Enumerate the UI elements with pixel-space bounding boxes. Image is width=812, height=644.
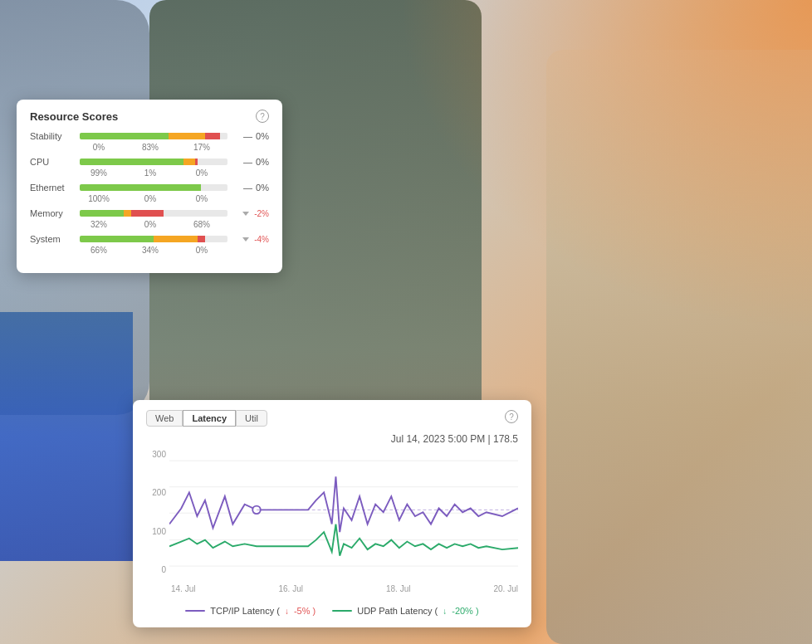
system-label: System	[30, 234, 73, 244]
ethernet-row: Ethernet — 0% 100% 0% 0%	[30, 183, 269, 203]
legend-udp-trend-icon: ↓	[443, 607, 447, 616]
memory-bar	[80, 210, 227, 217]
latency-card: Web Latency Util ? Jul 14, 2023 5:00 PM …	[133, 400, 531, 627]
cpu-label: CPU	[30, 157, 73, 167]
resource-card-header: Resource Scores ?	[30, 110, 269, 123]
resource-help-icon[interactable]: ?	[256, 110, 269, 123]
memory-label: Memory	[30, 208, 73, 218]
legend-udp-trend: -20% )	[452, 606, 478, 616]
legend-tcp-line	[185, 610, 205, 612]
cpu-percents: 99% 1% 0%	[73, 168, 227, 178]
system-label-line: System -4%	[30, 234, 269, 244]
chart-svg	[169, 450, 518, 583]
resource-scores-card: Resource Scores ? Stability — 0% 0% 83% …	[17, 100, 282, 273]
stability-label: Stability	[30, 131, 73, 141]
system-bar	[80, 236, 227, 242]
memory-label-line: Memory -2%	[30, 208, 269, 218]
system-row: System -4% 66% 34% 0%	[30, 234, 269, 255]
ethernet-score: — 0%	[234, 183, 269, 193]
cpu-row: CPU — 0% 99% 1% 0%	[30, 157, 269, 178]
memory-percents: 32% 0% 68%	[73, 220, 227, 229]
resource-card-title: Resource Scores	[30, 110, 118, 123]
memory-trend-arrow	[242, 212, 249, 216]
latency-tabs: Web Latency Util	[146, 410, 267, 427]
legend-tcp-label: TCP/IP Latency (	[210, 606, 280, 616]
chart-area: 300 200 100 0 14. Jul 16. Jul 18. Jul	[146, 450, 518, 599]
stability-percents: 0% 83% 17%	[73, 143, 227, 152]
stability-row: Stability — 0% 0% 83% 17%	[30, 131, 269, 152]
ethernet-label-line: Ethernet — 0%	[30, 183, 269, 193]
tab-util[interactable]: Util	[236, 410, 267, 427]
cpu-bar	[80, 159, 227, 165]
system-trend-arrow	[242, 237, 249, 242]
legend-tcp-trend-icon: ↓	[285, 607, 289, 616]
system-score: -4%	[234, 235, 269, 244]
latency-help-icon[interactable]: ?	[505, 410, 518, 423]
cpu-score: — 0%	[234, 157, 269, 167]
stability-bar	[80, 133, 227, 139]
legend-tcpip: TCP/IP Latency ( ↓ -5% )	[185, 606, 316, 616]
legend-tcp-trend: -5% )	[294, 606, 316, 616]
tab-latency[interactable]: Latency	[183, 410, 236, 427]
ethernet-bar	[80, 184, 227, 191]
blue-accent	[0, 312, 133, 561]
ethernet-label: Ethernet	[30, 183, 73, 193]
tab-web[interactable]: Web	[146, 410, 183, 427]
system-percents: 66% 34% 0%	[73, 246, 227, 255]
legend-udp-label: UDP Path Latency (	[357, 606, 438, 616]
memory-row: Memory -2% 32% 0% 68%	[30, 208, 269, 229]
legend: TCP/IP Latency ( ↓ -5% ) UDP Path Latenc…	[146, 606, 518, 616]
y-axis: 300 200 100 0	[146, 450, 169, 574]
stability-score: — 0%	[234, 131, 269, 141]
legend-udp-line	[332, 610, 352, 612]
cpu-label-line: CPU — 0%	[30, 157, 269, 167]
legend-udp: UDP Path Latency ( ↓ -20% )	[332, 606, 478, 616]
ethernet-percents: 100% 0% 0%	[73, 194, 227, 203]
memory-score: -2%	[234, 209, 269, 218]
latency-header-text: Jul 14, 2023 5:00 PM | 178.5	[146, 433, 518, 445]
stability-label-line: Stability — 0%	[30, 131, 269, 141]
orange-overlay	[397, 0, 812, 332]
x-axis: 14. Jul 16. Jul 18. Jul 20. Jul	[171, 584, 518, 593]
